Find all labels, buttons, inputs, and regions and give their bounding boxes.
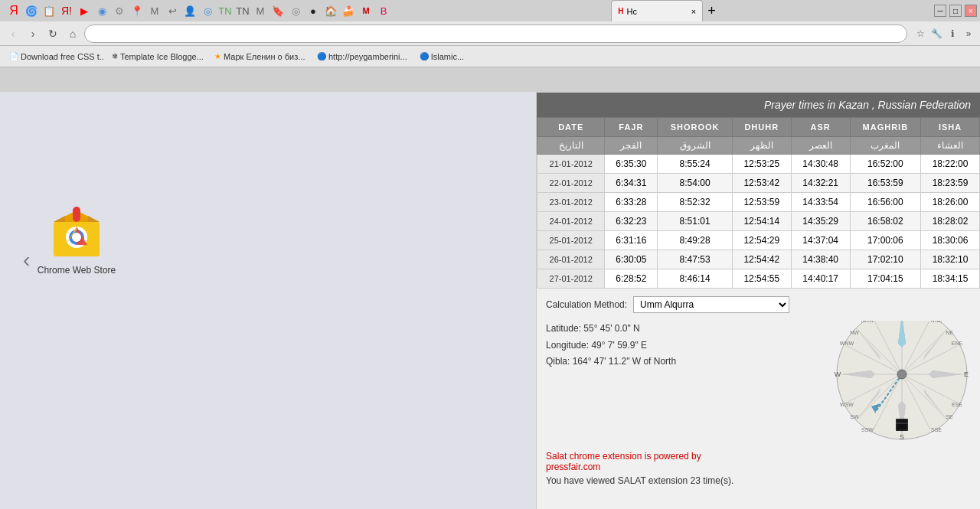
prayer-time-cell: 16:53:59 bbox=[850, 174, 920, 193]
svg-text:ENE: ENE bbox=[952, 341, 963, 346]
close-button[interactable]: × bbox=[965, 5, 977, 17]
prayer-time-cell: 8:52:32 bbox=[658, 193, 733, 212]
forward-button[interactable]: › bbox=[24, 25, 41, 42]
icon4[interactable]: ◉ bbox=[94, 3, 109, 18]
info-icon[interactable]: ℹ bbox=[946, 27, 959, 41]
prayer-time-cell: 6:33:28 bbox=[605, 193, 658, 212]
prayer-time-cell: 12:54:14 bbox=[732, 212, 791, 231]
bookmark-4[interactable]: 🔵 http://peygamberini... bbox=[312, 48, 412, 65]
bookmark-2[interactable]: ❄ Template Ice Blogge... bbox=[107, 48, 207, 65]
prayer-time-cell: 8:46:14 bbox=[658, 269, 733, 289]
icon15[interactable]: ● bbox=[305, 3, 321, 18]
left-arrow[interactable]: ‹ bbox=[23, 248, 30, 272]
bookmark-label-5: Islamic... bbox=[431, 52, 464, 61]
svg-text:NE: NE bbox=[946, 330, 953, 335]
arabic-isha: العشاء bbox=[921, 137, 980, 155]
prayer-time-cell: 16:56:00 bbox=[850, 193, 920, 212]
icon3[interactable]: Я! bbox=[59, 3, 74, 18]
reload-button[interactable]: ↻ bbox=[44, 25, 61, 42]
prayer-time-cell: 18:28:02 bbox=[921, 212, 980, 231]
icon16[interactable]: 🏠 bbox=[323, 3, 338, 18]
bookmark-label-2: Template Ice Blogge... bbox=[120, 52, 204, 61]
icon11[interactable]: TN bbox=[235, 3, 250, 18]
active-tab[interactable]: H Нс × bbox=[611, 0, 703, 21]
prayer-time-cell: 12:54:42 bbox=[732, 250, 791, 269]
arabic-fajr: الفجر bbox=[605, 137, 658, 155]
icon2[interactable]: 📋 bbox=[41, 3, 57, 18]
home-button[interactable]: ⌂ bbox=[64, 25, 81, 42]
prayer-time-cell: 17:04:15 bbox=[850, 269, 920, 289]
bookmark-icon-2: ❄ bbox=[112, 52, 118, 60]
date-cell: 21-01-2012 bbox=[537, 155, 605, 174]
svg-text:S: S bbox=[900, 433, 904, 441]
maximize-button[interactable]: □ bbox=[949, 5, 962, 17]
bookmark-3[interactable]: ★ Марк Еленин о биз... bbox=[210, 48, 309, 65]
compass-container: N S E W NNE NNW ENE WNW ESE WSW SSE SSW … bbox=[833, 321, 971, 443]
bookmark-5[interactable]: 🔵 Islamic... bbox=[415, 48, 469, 65]
pressfair-link[interactable]: pressfair.com bbox=[546, 462, 600, 472]
address-input[interactable] bbox=[84, 24, 907, 43]
icon9[interactable]: ◎ bbox=[200, 3, 215, 18]
svg-marker-2 bbox=[54, 216, 65, 222]
col-asr: ASR bbox=[791, 118, 850, 137]
icon6[interactable]: M bbox=[147, 3, 162, 18]
chrome-store-app[interactable]: Chrome Web Store bbox=[31, 199, 122, 276]
icon14[interactable]: ◎ bbox=[288, 3, 303, 18]
coords-compass-row: Latitude: 55° 45' 0.0" N Longitude: 49° … bbox=[546, 321, 971, 443]
bookmark-icon-5: 🔵 bbox=[420, 52, 429, 60]
youtube-icon[interactable]: ▶ bbox=[77, 3, 92, 18]
prayer-time-cell: 6:30:05 bbox=[605, 250, 658, 269]
star-icon[interactable]: ☆ bbox=[913, 27, 927, 41]
footer-bottom: Salat chrome extension is powered by pre… bbox=[546, 443, 971, 486]
date-cell: 24-01-2012 bbox=[537, 212, 605, 231]
gmail-icon[interactable]: M bbox=[358, 3, 374, 18]
maps-icon[interactable]: 📍 bbox=[129, 3, 145, 18]
wrench-icon[interactable]: 🔧 bbox=[929, 27, 943, 41]
icon13[interactable]: 🔖 bbox=[270, 3, 286, 18]
col-dhuhr: DHUHR bbox=[732, 118, 791, 137]
back-button[interactable]: ‹ bbox=[5, 25, 21, 42]
blogger-icon[interactable]: B bbox=[376, 3, 391, 18]
icon8[interactable]: 👤 bbox=[182, 3, 198, 18]
prayer-time-cell: 8:51:01 bbox=[658, 212, 733, 231]
prayer-time-cell: 14:40:17 bbox=[791, 269, 850, 289]
icon5[interactable]: ⚙ bbox=[112, 3, 127, 18]
calc-method-select[interactable]: Umm AlqurraEgyptian General AuthorityKar… bbox=[633, 296, 789, 313]
nav-bar: ‹ › ↻ ⌂ ☆ 🔧 ℹ » bbox=[0, 21, 980, 46]
panel-footer: Calculation Method: Umm AlqurraEgyptian … bbox=[537, 289, 980, 494]
prayer-time-cell: 8:49:28 bbox=[658, 231, 733, 250]
compass-svg: N S E W NNE NNW ENE WNW ESE WSW SSE SSW … bbox=[833, 321, 971, 443]
chevron-icon[interactable]: » bbox=[962, 27, 975, 41]
icon7[interactable]: ↩ bbox=[165, 3, 180, 18]
col-maghrib: MAGHRIB bbox=[850, 118, 920, 137]
bookmark-1[interactable]: 📄 Download free CSS t... bbox=[5, 48, 104, 65]
prayer-time-cell: 14:35:29 bbox=[791, 212, 850, 231]
col-date: DATE bbox=[537, 118, 605, 137]
svg-rect-53 bbox=[897, 420, 906, 429]
tab-close-icon[interactable]: × bbox=[691, 7, 696, 16]
prayer-time-cell: 6:34:31 bbox=[605, 174, 658, 193]
prayer-time-cell: 17:02:10 bbox=[850, 250, 920, 269]
table-row: 21-01-20126:35:308:55:2412:53:2514:30:48… bbox=[537, 155, 980, 174]
prayer-time-cell: 14:37:04 bbox=[791, 231, 850, 250]
col-isha: ISHA bbox=[921, 118, 980, 137]
date-cell: 23-01-2012 bbox=[537, 193, 605, 212]
svg-text:WSW: WSW bbox=[840, 402, 854, 407]
minimize-button[interactable]: ─ bbox=[934, 5, 946, 17]
prayer-time-cell: 18:26:00 bbox=[921, 193, 980, 212]
icon17[interactable]: 🍰 bbox=[341, 3, 356, 18]
yandex-icon[interactable]: Я bbox=[6, 3, 21, 18]
date-cell: 22-01-2012 bbox=[537, 174, 605, 193]
chrome-store-label: Chrome Web Store bbox=[38, 265, 116, 276]
icon12[interactable]: M bbox=[253, 3, 268, 18]
prayer-time-cell: 14:33:54 bbox=[791, 193, 850, 212]
prayer-panel: Prayer times in Kazan , Russian Federati… bbox=[536, 92, 980, 509]
svg-text:ESE: ESE bbox=[952, 402, 962, 407]
table-row: 23-01-20126:33:288:52:3212:53:5914:33:54… bbox=[537, 193, 980, 212]
new-tab-icon[interactable]: + bbox=[707, 3, 716, 19]
latitude-text: Latitude: 55° 45' 0.0" N bbox=[546, 321, 676, 338]
icon1[interactable]: 🌀 bbox=[24, 3, 39, 18]
svg-text:E: E bbox=[964, 370, 969, 378]
prayer-time-cell: 18:32:10 bbox=[921, 250, 980, 269]
icon10[interactable]: TN bbox=[217, 3, 233, 18]
